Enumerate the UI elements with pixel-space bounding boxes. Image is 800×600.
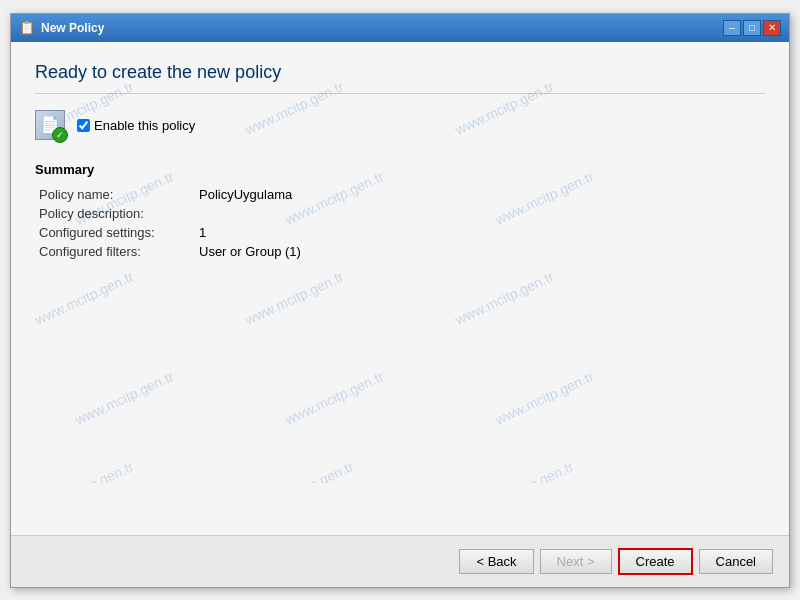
window-icon: 📋 bbox=[19, 20, 35, 36]
summary-title: Summary bbox=[35, 162, 765, 177]
title-buttons: – □ ✕ bbox=[723, 20, 781, 36]
new-policy-window: 📋 New Policy – □ ✕ www.mcitp.gen.tr www.… bbox=[10, 13, 790, 588]
cancel-button[interactable]: Cancel bbox=[699, 549, 773, 574]
policy-icon-inner: 📄 bbox=[35, 110, 65, 140]
summary-value bbox=[199, 204, 309, 223]
summary-row: Policy name:PolicyUygulama bbox=[39, 185, 309, 204]
summary-row: Policy description: bbox=[39, 204, 309, 223]
summary-label: Configured filters: bbox=[39, 242, 199, 261]
summary-label: Policy name: bbox=[39, 185, 199, 204]
summary-row: Configured filters:User or Group (1) bbox=[39, 242, 309, 261]
minimize-button[interactable]: – bbox=[723, 20, 741, 36]
enable-policy-checkbox[interactable] bbox=[77, 119, 90, 132]
summary-value: User or Group (1) bbox=[199, 242, 309, 261]
next-button[interactable]: Next > bbox=[540, 549, 612, 574]
title-bar-left: 📋 New Policy bbox=[19, 20, 104, 36]
summary-row: Configured settings:1 bbox=[39, 223, 309, 242]
enable-policy-label[interactable]: Enable this policy bbox=[77, 118, 195, 133]
maximize-button[interactable]: □ bbox=[743, 20, 761, 36]
summary-section: Summary Policy name:PolicyUygulamaPolicy… bbox=[35, 162, 765, 261]
summary-label: Configured settings: bbox=[39, 223, 199, 242]
page-heading: Ready to create the new policy bbox=[35, 62, 765, 94]
title-bar: 📋 New Policy – □ ✕ bbox=[11, 14, 789, 42]
back-button[interactable]: < Back bbox=[459, 549, 533, 574]
enable-policy-row: 📄 Enable this policy bbox=[35, 110, 765, 142]
summary-value: PolicyUygulama bbox=[199, 185, 309, 204]
content-area: Ready to create the new policy 📄 Enable … bbox=[11, 42, 789, 535]
footer: < Back Next > Create Cancel bbox=[11, 535, 789, 587]
content-wrapper: www.mcitp.gen.tr www.mcitp.gen.tr www.mc… bbox=[11, 42, 789, 535]
close-button[interactable]: ✕ bbox=[763, 20, 781, 36]
summary-value: 1 bbox=[199, 223, 309, 242]
summary-table: Policy name:PolicyUygulamaPolicy descrip… bbox=[39, 185, 309, 261]
policy-icon: 📄 bbox=[35, 110, 67, 142]
enable-policy-text: Enable this policy bbox=[94, 118, 195, 133]
create-button[interactable]: Create bbox=[618, 548, 693, 575]
summary-label: Policy description: bbox=[39, 204, 199, 223]
window-title: New Policy bbox=[41, 21, 104, 35]
